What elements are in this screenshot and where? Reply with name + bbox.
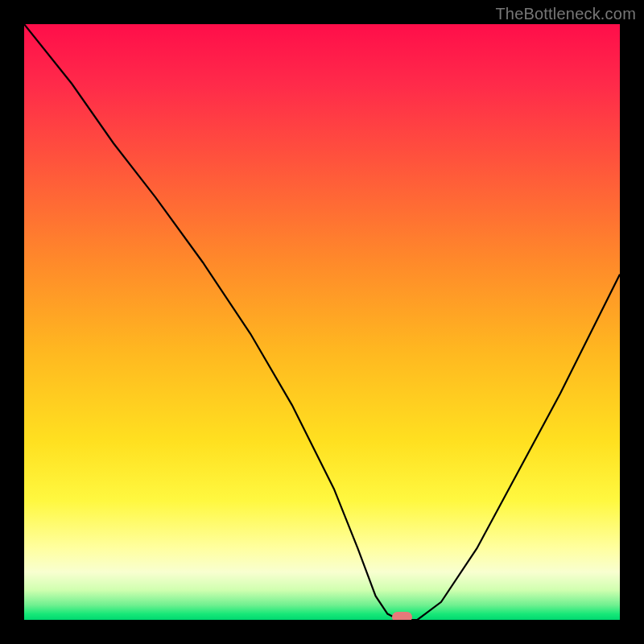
plot-area xyxy=(24,24,620,620)
highlighted-marker xyxy=(392,612,412,620)
chart-frame: TheBottleneck.com xyxy=(0,0,644,644)
attribution-text: TheBottleneck.com xyxy=(495,5,636,23)
curve-line xyxy=(24,24,620,620)
curve-svg xyxy=(24,24,620,620)
